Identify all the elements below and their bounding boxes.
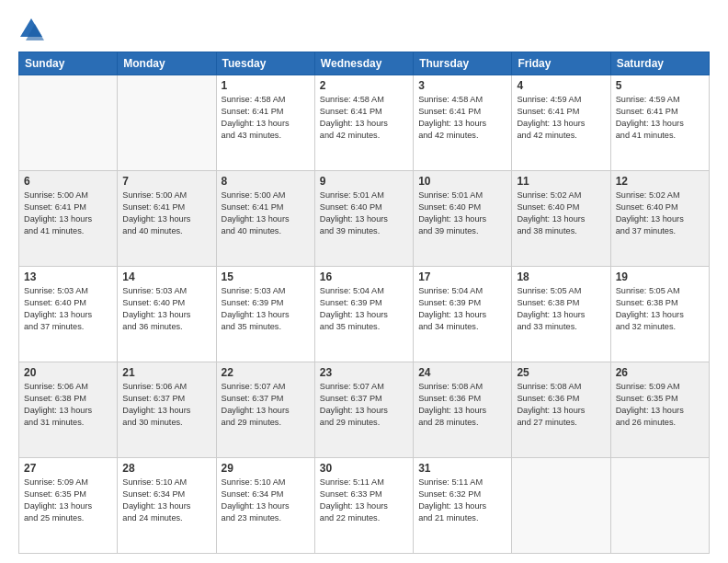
- logo: [18, 17, 48, 42]
- calendar-cell: 9Sunrise: 5:01 AM Sunset: 6:40 PM Daylig…: [314, 171, 413, 267]
- day-info: Sunrise: 5:09 AM Sunset: 6:35 PM Dayligh…: [616, 381, 704, 429]
- day-info: Sunrise: 5:05 AM Sunset: 6:38 PM Dayligh…: [517, 285, 605, 333]
- day-info: Sunrise: 5:00 AM Sunset: 6:41 PM Dayligh…: [24, 190, 112, 237]
- day-number: 19: [616, 270, 704, 283]
- calendar-cell: 15Sunrise: 5:03 AM Sunset: 6:39 PM Dayli…: [216, 267, 314, 362]
- day-info: Sunrise: 5:08 AM Sunset: 6:36 PM Dayligh…: [517, 381, 605, 429]
- day-info: Sunrise: 5:09 AM Sunset: 6:35 PM Dayligh…: [24, 477, 112, 524]
- col-header-saturday: Saturday: [610, 52, 709, 75]
- calendar-cell: 5Sunrise: 4:59 AM Sunset: 6:41 PM Daylig…: [610, 75, 709, 171]
- day-number: 4: [517, 79, 605, 92]
- day-number: 30: [320, 462, 408, 475]
- day-info: Sunrise: 4:59 AM Sunset: 6:41 PM Dayligh…: [616, 94, 704, 142]
- header: [18, 17, 710, 42]
- day-number: 16: [320, 270, 408, 283]
- day-number: 31: [418, 462, 506, 475]
- calendar-cell: 11Sunrise: 5:02 AM Sunset: 6:40 PM Dayli…: [512, 171, 610, 267]
- day-info: Sunrise: 5:02 AM Sunset: 6:40 PM Dayligh…: [616, 190, 704, 237]
- calendar-cell: 23Sunrise: 5:07 AM Sunset: 6:37 PM Dayli…: [314, 362, 413, 458]
- calendar-cell: [512, 458, 610, 554]
- day-info: Sunrise: 5:10 AM Sunset: 6:34 PM Dayligh…: [222, 477, 310, 524]
- day-number: 27: [24, 462, 112, 475]
- calendar-cell: [118, 75, 216, 171]
- day-number: 22: [222, 366, 310, 379]
- calendar-week-row: 1Sunrise: 4:58 AM Sunset: 6:41 PM Daylig…: [19, 75, 710, 171]
- calendar-cell: 17Sunrise: 5:04 AM Sunset: 6:39 PM Dayli…: [414, 267, 512, 362]
- logo-icon: [18, 17, 44, 42]
- calendar-week-row: 27Sunrise: 5:09 AM Sunset: 6:35 PM Dayli…: [19, 458, 710, 554]
- calendar-cell: 10Sunrise: 5:01 AM Sunset: 6:40 PM Dayli…: [414, 171, 512, 267]
- calendar-header-row: SundayMondayTuesdayWednesdayThursdayFrid…: [19, 52, 710, 75]
- calendar-cell: 21Sunrise: 5:06 AM Sunset: 6:37 PM Dayli…: [118, 362, 216, 458]
- day-info: Sunrise: 5:03 AM Sunset: 6:39 PM Dayligh…: [222, 285, 310, 333]
- col-header-monday: Monday: [118, 52, 216, 75]
- day-number: 17: [418, 270, 506, 283]
- day-number: 11: [517, 175, 605, 188]
- calendar-week-row: 13Sunrise: 5:03 AM Sunset: 6:40 PM Dayli…: [19, 267, 710, 362]
- calendar-week-row: 6Sunrise: 5:00 AM Sunset: 6:41 PM Daylig…: [19, 171, 710, 267]
- calendar-cell: 25Sunrise: 5:08 AM Sunset: 6:36 PM Dayli…: [512, 362, 610, 458]
- day-number: 2: [320, 79, 408, 92]
- day-info: Sunrise: 5:11 AM Sunset: 6:32 PM Dayligh…: [418, 477, 506, 524]
- day-info: Sunrise: 5:10 AM Sunset: 6:34 PM Dayligh…: [122, 477, 210, 524]
- calendar-cell: 12Sunrise: 5:02 AM Sunset: 6:40 PM Dayli…: [610, 171, 709, 267]
- calendar-cell: 2Sunrise: 4:58 AM Sunset: 6:41 PM Daylig…: [314, 75, 413, 171]
- day-info: Sunrise: 5:01 AM Sunset: 6:40 PM Dayligh…: [418, 190, 506, 237]
- day-info: Sunrise: 5:06 AM Sunset: 6:38 PM Dayligh…: [24, 381, 112, 429]
- day-info: Sunrise: 5:11 AM Sunset: 6:33 PM Dayligh…: [320, 477, 408, 524]
- day-info: Sunrise: 5:00 AM Sunset: 6:41 PM Dayligh…: [122, 190, 210, 237]
- calendar-cell: 7Sunrise: 5:00 AM Sunset: 6:41 PM Daylig…: [118, 171, 216, 267]
- calendar-cell: 18Sunrise: 5:05 AM Sunset: 6:38 PM Dayli…: [512, 267, 610, 362]
- calendar-cell: [610, 458, 709, 554]
- col-header-sunday: Sunday: [19, 52, 118, 75]
- day-number: 10: [418, 175, 506, 188]
- calendar-cell: 30Sunrise: 5:11 AM Sunset: 6:33 PM Dayli…: [314, 458, 413, 554]
- day-number: 1: [222, 79, 310, 92]
- calendar-cell: 27Sunrise: 5:09 AM Sunset: 6:35 PM Dayli…: [19, 458, 118, 554]
- day-info: Sunrise: 4:58 AM Sunset: 6:41 PM Dayligh…: [320, 94, 408, 142]
- col-header-wednesday: Wednesday: [314, 52, 413, 75]
- calendar-week-row: 20Sunrise: 5:06 AM Sunset: 6:38 PM Dayli…: [19, 362, 710, 458]
- day-number: 5: [616, 79, 704, 92]
- day-info: Sunrise: 5:00 AM Sunset: 6:41 PM Dayligh…: [222, 190, 310, 237]
- calendar-cell: 13Sunrise: 5:03 AM Sunset: 6:40 PM Dayli…: [19, 267, 118, 362]
- calendar-cell: 1Sunrise: 4:58 AM Sunset: 6:41 PM Daylig…: [216, 75, 314, 171]
- day-number: 14: [122, 270, 210, 283]
- calendar-cell: 19Sunrise: 5:05 AM Sunset: 6:38 PM Dayli…: [610, 267, 709, 362]
- day-info: Sunrise: 5:04 AM Sunset: 6:39 PM Dayligh…: [418, 285, 506, 333]
- day-info: Sunrise: 5:01 AM Sunset: 6:40 PM Dayligh…: [320, 190, 408, 237]
- calendar-cell: [19, 75, 118, 171]
- day-number: 15: [222, 270, 310, 283]
- day-number: 8: [222, 175, 310, 188]
- day-info: Sunrise: 5:07 AM Sunset: 6:37 PM Dayligh…: [222, 381, 310, 429]
- calendar-cell: 8Sunrise: 5:00 AM Sunset: 6:41 PM Daylig…: [216, 171, 314, 267]
- calendar-cell: 26Sunrise: 5:09 AM Sunset: 6:35 PM Dayli…: [610, 362, 709, 458]
- day-number: 6: [24, 175, 112, 188]
- calendar-cell: 4Sunrise: 4:59 AM Sunset: 6:41 PM Daylig…: [512, 75, 610, 171]
- day-number: 9: [320, 175, 408, 188]
- day-info: Sunrise: 5:07 AM Sunset: 6:37 PM Dayligh…: [320, 381, 408, 429]
- calendar-cell: 28Sunrise: 5:10 AM Sunset: 6:34 PM Dayli…: [118, 458, 216, 554]
- day-number: 23: [320, 366, 408, 379]
- col-header-tuesday: Tuesday: [216, 52, 314, 75]
- day-info: Sunrise: 5:02 AM Sunset: 6:40 PM Dayligh…: [517, 190, 605, 237]
- calendar-cell: 3Sunrise: 4:58 AM Sunset: 6:41 PM Daylig…: [414, 75, 512, 171]
- day-info: Sunrise: 5:05 AM Sunset: 6:38 PM Dayligh…: [616, 285, 704, 333]
- day-number: 20: [24, 366, 112, 379]
- day-info: Sunrise: 5:03 AM Sunset: 6:40 PM Dayligh…: [122, 285, 210, 333]
- day-number: 3: [418, 79, 506, 92]
- day-info: Sunrise: 4:58 AM Sunset: 6:41 PM Dayligh…: [418, 94, 506, 142]
- calendar-cell: 16Sunrise: 5:04 AM Sunset: 6:39 PM Dayli…: [314, 267, 413, 362]
- calendar-cell: 22Sunrise: 5:07 AM Sunset: 6:37 PM Dayli…: [216, 362, 314, 458]
- day-number: 26: [616, 366, 704, 379]
- day-number: 18: [517, 270, 605, 283]
- day-number: 24: [418, 366, 506, 379]
- calendar-cell: 20Sunrise: 5:06 AM Sunset: 6:38 PM Dayli…: [19, 362, 118, 458]
- col-header-thursday: Thursday: [414, 52, 512, 75]
- calendar: SundayMondayTuesdayWednesdayThursdayFrid…: [18, 52, 710, 554]
- day-number: 25: [517, 366, 605, 379]
- day-info: Sunrise: 5:08 AM Sunset: 6:36 PM Dayligh…: [418, 381, 506, 429]
- calendar-cell: 29Sunrise: 5:10 AM Sunset: 6:34 PM Dayli…: [216, 458, 314, 554]
- day-number: 28: [122, 462, 210, 475]
- calendar-cell: 24Sunrise: 5:08 AM Sunset: 6:36 PM Dayli…: [414, 362, 512, 458]
